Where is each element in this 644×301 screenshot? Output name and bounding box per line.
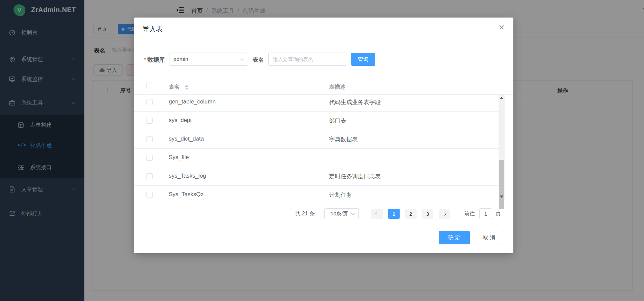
table-name-label: 表名 — [252, 56, 264, 64]
scrollbar-thumb[interactable] — [499, 160, 504, 209]
row-checkbox[interactable] — [146, 192, 153, 198]
table-row[interactable]: gen_table_column 代码生成业务表字段 — [134, 95, 499, 112]
column-header-table-desc: 表描述 — [329, 84, 345, 91]
next-page-button[interactable] — [439, 209, 450, 219]
page-1-button[interactable]: 1 — [388, 209, 400, 219]
chevron-left-icon — [375, 212, 379, 215]
column-header-table-name[interactable]: 表名 — [169, 84, 180, 91]
row-checkbox[interactable] — [146, 155, 153, 161]
page-unit-label: 页 — [495, 210, 501, 217]
prev-page-button[interactable] — [371, 209, 383, 219]
required-asterisk: * — [144, 57, 146, 63]
confirm-button[interactable]: 确 定 — [439, 231, 470, 244]
page-3-button[interactable]: 3 — [422, 209, 433, 219]
import-table-dialog: 导入表 ✕ * 数据库 admin 表名 查询 表名 表描述 gen_table… — [134, 18, 513, 253]
pagination-total: 共 21 条 — [295, 210, 315, 217]
row-checkbox[interactable] — [146, 99, 153, 105]
table-name-query-input[interactable] — [268, 53, 347, 66]
goto-label: 前往 — [464, 210, 475, 217]
sort-carets-icon[interactable] — [185, 85, 188, 90]
chevron-right-icon — [442, 212, 446, 215]
database-label: 数据库 — [147, 56, 165, 64]
page-size-select[interactable]: 10条/页 — [324, 208, 359, 219]
table-row[interactable]: sys_dict_data 字典数据表 — [134, 130, 499, 149]
database-select[interactable]: admin — [169, 53, 248, 66]
row-checkbox[interactable] — [146, 118, 153, 124]
app-root: V ZrAdmin.NET 控制台 系统管理 系统监控 — [0, 0, 644, 301]
page-2-button[interactable]: 2 — [405, 209, 417, 219]
table-row[interactable]: Sys_TasksQz 计划任务 — [134, 186, 499, 200]
scroll-up-arrow-icon[interactable] — [500, 97, 503, 99]
row-checkbox[interactable] — [146, 173, 153, 179]
cancel-button[interactable]: 取 消 — [474, 231, 504, 244]
close-icon[interactable]: ✕ — [497, 23, 506, 32]
goto-page-input[interactable] — [479, 208, 492, 219]
chevron-down-icon — [240, 57, 244, 60]
page-size-value: 10条/页 — [331, 211, 348, 217]
table-row[interactable]: sys_dept 部门表 — [134, 112, 499, 130]
database-select-value: admin — [173, 56, 188, 62]
query-button[interactable]: 查询 — [351, 53, 375, 66]
table-scroll-area: gen_table_column 代码生成业务表字段 sys_dept 部门表 … — [134, 95, 513, 200]
row-checkbox[interactable] — [146, 136, 153, 142]
table-row[interactable]: sys_Tasks_log 定时任务调度日志表 — [134, 167, 499, 186]
dialog-title: 导入表 — [142, 25, 163, 34]
select-all-checkbox[interactable] — [146, 83, 153, 89]
scroll-down-arrow-icon[interactable] — [500, 195, 503, 198]
chevron-down-icon — [351, 211, 355, 215]
table-row[interactable]: Sys_file — [134, 149, 499, 167]
vertical-scrollbar[interactable] — [499, 95, 505, 200]
